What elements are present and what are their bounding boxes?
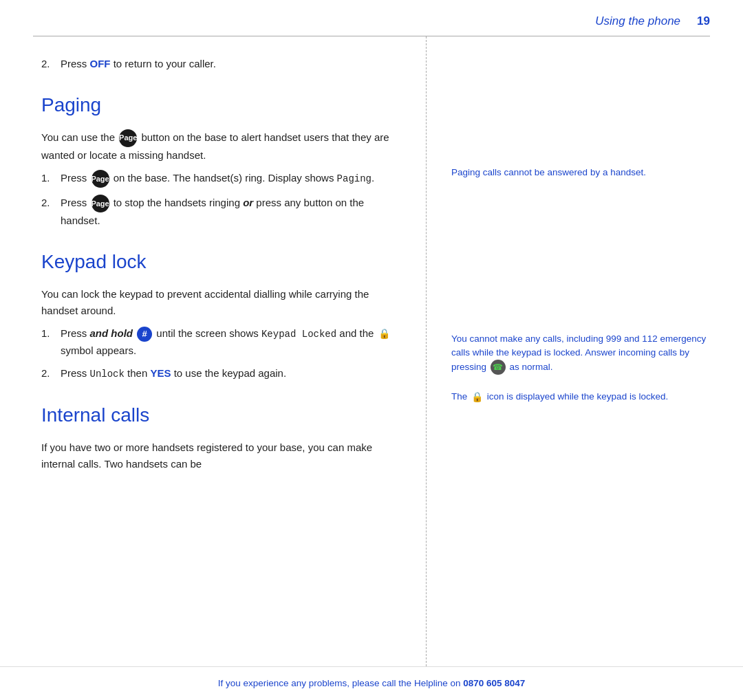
off-step: 2. Press OFF to return to your caller.	[41, 56, 398, 72]
paging-section: Paging You can use the Page button on th…	[41, 91, 398, 229]
keypad-section: Keypad lock You can lock the keypad to p…	[41, 248, 398, 382]
off-step-num: 2.	[41, 56, 61, 72]
off-keyword: OFF	[90, 58, 111, 69]
off-step-content: Press OFF to return to your caller.	[61, 56, 398, 72]
paging-step1: 1. Press Page on the base. The handset(s…	[41, 170, 398, 188]
footer: If you experience any problems, please c…	[0, 666, 743, 700]
paging-step2-num: 2.	[41, 195, 61, 228]
header-page: 19	[697, 12, 710, 30]
phone-icon-inline: ☎	[491, 360, 506, 375]
header: Using the phone 19	[0, 0, 743, 36]
keypad-side-note1: You cannot make any calls, including 999…	[451, 332, 718, 375]
unlock-display: Unlock	[90, 369, 125, 380]
paging-step2: 2. Press Page to stop the handsets ringi…	[41, 195, 398, 228]
paging-step1-content: Press Page on the base. The handset(s) r…	[61, 170, 398, 188]
keypad-step2-content: Press Unlock then YES to use the keypad …	[61, 365, 398, 382]
lock-icon-inline: 🔒	[378, 327, 390, 342]
paging-display-text: Paging	[337, 173, 372, 184]
side-spacer-2	[451, 195, 718, 332]
paging-page-btn2: Page	[91, 195, 109, 212]
paging-heading: Paging	[41, 91, 398, 120]
paging-page-btn1: Page	[91, 170, 109, 188]
keypad-step2: 2. Press Unlock then YES to use the keyp…	[41, 365, 398, 382]
page-button-icon: Page	[119, 129, 137, 147]
paging-side-note: Paging calls cannot be answered by a han…	[451, 166, 718, 179]
hash-button-icon: #	[137, 327, 152, 342]
footer-text: If you experience any problems, please c…	[218, 678, 526, 688]
header-title: Using the phone	[595, 12, 680, 30]
lock-icon-side: 🔒	[471, 390, 483, 404]
yes-keyword: YES	[150, 367, 171, 379]
keypad-side-note2: The 🔒 icon is displayed while the keypad…	[451, 390, 718, 404]
keypad-step1-num: 1.	[41, 325, 61, 358]
keypad-step2-num: 2.	[41, 365, 61, 382]
side-column: Paging calls cannot be answered by a han…	[427, 36, 743, 666]
and-hold-text: and hold	[90, 327, 133, 339]
internal-section: Internal calls If you have two or more h…	[41, 401, 398, 472]
paging-step1-num: 1.	[41, 170, 61, 188]
keypad-intro: You can lock the keypad to prevent accid…	[41, 286, 398, 318]
footer-phone: 0870 605 8047	[463, 678, 525, 688]
content-area: 2. Press OFF to return to your caller. P…	[0, 36, 743, 666]
internal-text: If you have two or more handsets registe…	[41, 439, 398, 472]
keypad-step1: 1. Press and hold # until the screen sho…	[41, 325, 398, 358]
keypad-locked-display: Keypad Locked	[261, 329, 336, 340]
side-spacer-1	[451, 56, 718, 166]
paging-intro: You can use the Page button on the base …	[41, 129, 398, 163]
paging-or: or	[243, 197, 253, 208]
internal-heading: Internal calls	[41, 401, 398, 430]
keypad-step1-content: Press and hold # until the screen shows …	[61, 325, 398, 358]
keypad-heading: Keypad lock	[41, 248, 398, 276]
page-container: Using the phone 19 2. Press OFF to retur…	[0, 0, 743, 700]
main-column: 2. Press OFF to return to your caller. P…	[0, 36, 427, 666]
paging-step2-content: Press Page to stop the handsets ringing …	[61, 195, 398, 228]
